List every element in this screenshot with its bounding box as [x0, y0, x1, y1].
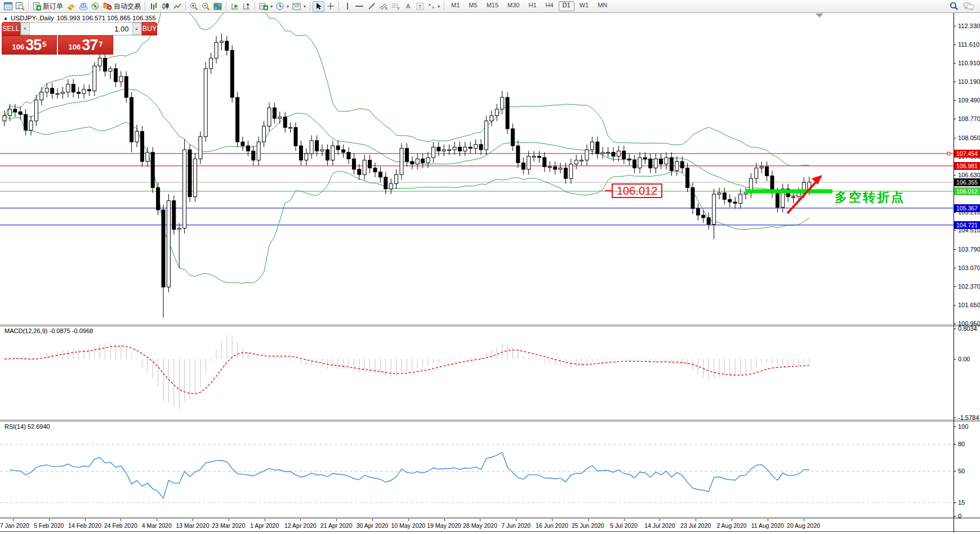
candle-body	[458, 147, 461, 151]
timeframe-button-H4[interactable]: H4	[542, 1, 558, 11]
candle-body	[210, 58, 213, 69]
rsi-tick-tick	[954, 427, 956, 427]
volume-up-button[interactable]: ▲	[132, 23, 141, 35]
chart-shift-marker[interactable]	[816, 14, 823, 17]
macd-tick-tick	[954, 418, 956, 418]
candle-body	[104, 58, 107, 71]
date-label: 23 Mar 2020	[212, 522, 245, 529]
auto-trading-button[interactable]: 自动交易	[101, 1, 142, 12]
date-tick	[588, 519, 589, 521]
label-tool-button[interactable]: T	[414, 1, 426, 12]
arrows-tool-button[interactable]: ▾	[426, 1, 442, 12]
text-tool-button[interactable]: A	[402, 1, 414, 12]
date-axis[interactable]: 27 Jan 20205 Feb 202014 Feb 202024 Feb 2…	[0, 519, 980, 532]
volume-down-button[interactable]: ▼	[21, 23, 30, 35]
price-badge-107.454: 107.454	[954, 150, 980, 158]
chart-shift-button[interactable]	[240, 1, 252, 12]
zoom-out-button[interactable]	[200, 1, 212, 12]
cursor-tool-button[interactable]	[313, 1, 324, 12]
macd-indicator-pane[interactable]	[0, 326, 954, 420]
candle-body	[151, 152, 154, 188]
price-tick-label: 103.070	[958, 264, 980, 271]
chat-icon[interactable]	[963, 2, 974, 11]
price-callout-label[interactable]: 106.012	[612, 183, 662, 198]
candle-body	[437, 147, 440, 151]
trendline-tool-button[interactable]	[366, 1, 377, 12]
hline-handle[interactable]	[947, 152, 950, 155]
candle-body	[792, 197, 795, 198]
data-window-icon	[79, 3, 88, 10]
indicators-button[interactable]: ▾	[257, 1, 274, 12]
timeframe-button-M5[interactable]: M5	[465, 1, 481, 11]
timeframe-button-M1[interactable]: M1	[447, 1, 464, 11]
candle-body	[633, 160, 636, 168]
candle-body	[29, 121, 33, 130]
bar-chart-mode-button[interactable]	[148, 1, 159, 12]
zoom-in-button[interactable]	[188, 1, 200, 12]
data-window-button[interactable]	[77, 1, 90, 12]
candle-chart-mode-button[interactable]	[159, 1, 171, 12]
search-icon[interactable]	[950, 2, 959, 11]
candle-body	[257, 142, 260, 160]
candle-body	[310, 141, 313, 154]
window-icon	[4, 2, 12, 10]
fibonacci-tool-button[interactable]: F	[390, 1, 402, 12]
text-label-icon: T	[416, 2, 424, 10]
templates-button[interactable]: ▾	[291, 1, 308, 12]
timeframe-button-D1[interactable]: D1	[559, 1, 574, 11]
timeframe-button-M15[interactable]: M15	[483, 1, 502, 11]
candle-body	[8, 109, 11, 116]
price-tick-label: 110.190	[958, 78, 980, 85]
vertical-line-tool-button[interactable]	[341, 1, 353, 12]
candle-body	[215, 42, 218, 58]
crosshair-tool-button[interactable]	[324, 1, 336, 12]
sell-button[interactable]: SELL	[2, 22, 20, 35]
new-order-button[interactable]: 新订单	[31, 1, 65, 12]
buy-button[interactable]: BUY	[142, 22, 158, 35]
price-badge-105.367: 105.367	[954, 204, 980, 212]
toolbar-separator	[255, 2, 255, 11]
candle-body	[400, 149, 403, 174]
date-label: 24 Feb 2020	[104, 522, 137, 529]
candle-body	[98, 58, 101, 66]
tile-windows-button[interactable]	[212, 1, 224, 12]
turning-point-note[interactable]: 多空转折点	[835, 189, 905, 206]
timeframe-button-MN[interactable]: MN	[594, 1, 611, 11]
candle-body	[776, 193, 779, 208]
auto-scroll-icon	[230, 2, 239, 10]
timeframe-button-H1[interactable]: H1	[524, 1, 540, 11]
market-watch-button[interactable]	[65, 1, 77, 12]
candle-body	[167, 201, 170, 287]
profile-preview-button[interactable]	[14, 1, 26, 12]
trend-arrow[interactable]	[787, 175, 822, 213]
candle-body	[119, 77, 123, 82]
sell-price[interactable]: 106 35 5	[2, 35, 57, 55]
price-tick-label: 106.630	[958, 172, 980, 178]
rsi-indicator-pane[interactable]	[0, 421, 954, 517]
collapse-triangle-icon[interactable]: ▲	[3, 16, 8, 21]
navigator-button[interactable]	[90, 1, 101, 12]
price-tick-label: 103.790	[958, 246, 980, 253]
periods-button[interactable]: ▾	[274, 1, 291, 12]
date-label: 4 Mar 2020	[142, 522, 172, 529]
buy-price[interactable]: 106 37 7	[58, 35, 113, 55]
market-watch-window-button[interactable]	[2, 1, 14, 12]
svg-text:E: E	[385, 7, 387, 10]
candlestick-chart[interactable]	[0, 13, 954, 325]
timeframe-button-M30[interactable]: M30	[504, 1, 523, 11]
horizontal-line-tool-button[interactable]	[353, 1, 366, 12]
auto-scroll-button[interactable]	[229, 1, 240, 12]
line-chart-mode-button[interactable]	[171, 1, 183, 12]
date-tick	[300, 519, 301, 521]
channel-tool-button[interactable]: E	[377, 1, 390, 12]
candle-body	[294, 128, 297, 146]
volume-input[interactable]	[30, 25, 132, 33]
candle-body	[389, 183, 393, 189]
candle-body	[686, 168, 689, 188]
support-highlight-bar[interactable]	[745, 189, 832, 193]
dropdown-caret-icon: ▾	[438, 4, 440, 9]
timeframe-button-W1[interactable]: W1	[576, 1, 593, 11]
candle-body	[162, 210, 165, 287]
candle-body	[157, 187, 160, 210]
candle-body	[51, 88, 54, 93]
